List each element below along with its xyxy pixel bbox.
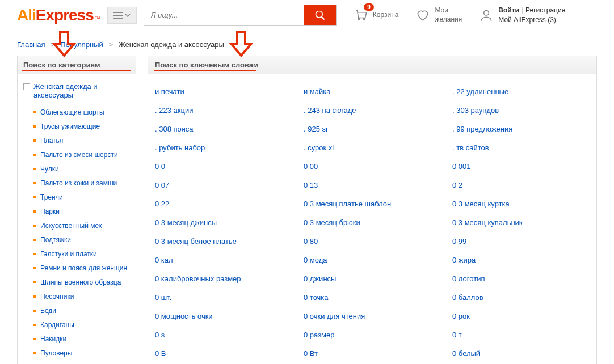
keyword-link[interactable]: 0 точка: [304, 288, 441, 307]
keyword-link[interactable]: 0 3 месяц куртка: [452, 194, 590, 213]
keyword-link[interactable]: 0 3 месяц брюки: [304, 213, 441, 232]
breadcrumb-popular[interactable]: Популярный: [60, 40, 103, 49]
svg-line-1: [321, 16, 324, 19]
keyword-link[interactable]: . 303 раундов: [452, 101, 590, 120]
keyword-link[interactable]: 0 2: [452, 176, 590, 194]
category-link[interactable]: Боди: [40, 307, 56, 315]
category-item: Накидки: [33, 332, 136, 346]
keyword-link[interactable]: 0 80: [304, 232, 441, 251]
keyword-link[interactable]: 0 3 месяц купальник: [452, 213, 590, 232]
keyword-link[interactable]: . 223 акции: [155, 101, 292, 120]
keyword-link[interactable]: 0 т: [452, 325, 590, 344]
user-icon: [479, 8, 494, 23]
keyword-link[interactable]: 0 07: [155, 176, 292, 194]
keyword-link[interactable]: 0 баллов: [452, 288, 590, 307]
category-link[interactable]: Искусственный мех: [40, 222, 102, 230]
category-link[interactable]: Пальто из кожи и замши: [40, 179, 117, 187]
category-link[interactable]: Накидки: [40, 335, 66, 343]
cart-badge: 9: [364, 3, 374, 11]
category-link[interactable]: Облегающие шорты: [40, 108, 104, 116]
keyword-link[interactable]: . рубить набор: [155, 138, 292, 157]
keyword-link[interactable]: 0 рок: [452, 307, 590, 325]
keyword-link[interactable]: . 925 sr: [304, 120, 441, 138]
keyword-link[interactable]: 0 жира: [452, 251, 590, 269]
keyword-link[interactable]: 0 джинсы: [304, 269, 441, 288]
keyword-link[interactable]: 0 0: [155, 157, 292, 176]
keyword-link[interactable]: . 308 пояса: [155, 120, 292, 138]
category-link[interactable]: Чулки: [40, 165, 59, 173]
keyword-link[interactable]: 0 калибровочных размер: [155, 269, 292, 288]
category-link[interactable]: Кардиганы: [40, 321, 74, 329]
keyword-link[interactable]: и печати: [155, 82, 292, 101]
svg-point-0: [316, 11, 322, 18]
category-link[interactable]: Пуловеры: [40, 349, 72, 357]
categories-menu-toggle[interactable]: [107, 7, 137, 24]
wishlist-link[interactable]: Моижелания: [415, 6, 462, 24]
keyword-link[interactable]: 0 логотип: [452, 269, 590, 288]
category-item: Тренчи: [33, 190, 136, 204]
category-item: Боди: [33, 303, 136, 318]
account-text: Войти|Регистрация Мой AliExpress (3): [498, 6, 565, 25]
chevron-down-icon: [125, 14, 131, 17]
keyword-link[interactable]: 0 3 месяц белое платье: [155, 232, 292, 251]
category-link[interactable]: Трусы ужимающие: [40, 122, 100, 130]
tree-collapse-icon[interactable]: −: [23, 83, 30, 90]
keyword-link[interactable]: 0 3 месяц джинсы: [155, 213, 292, 232]
category-item: Шляпы военного образца: [33, 275, 136, 289]
root-category-link[interactable]: Женская одежда и аксессуары: [33, 82, 130, 99]
keyword-link[interactable]: . тв сайтов: [452, 138, 590, 157]
keyword-link[interactable]: 0 белый: [452, 344, 590, 363]
category-item: Песочники: [33, 289, 136, 303]
keyword-link[interactable]: 0 s: [155, 325, 292, 344]
breadcrumb: Главная > Популярный > Женская одежда и …: [0, 30, 614, 56]
breadcrumb-sep: >: [51, 40, 55, 49]
search-button[interactable]: [304, 5, 336, 25]
keyword-link[interactable]: 0 размер: [304, 325, 441, 344]
category-item: Кардиганы: [33, 318, 136, 332]
keyword-link[interactable]: 0 В: [155, 344, 292, 363]
search-icon: [314, 10, 326, 21]
category-link[interactable]: Галстуки и платки: [40, 250, 97, 258]
cart-link[interactable]: 9 Корзина: [354, 7, 399, 23]
keyword-link[interactable]: . 99 предложения: [452, 120, 590, 138]
category-link[interactable]: Платья: [40, 137, 63, 145]
logo-tm: ™: [95, 15, 100, 22]
keyword-link[interactable]: 0 001: [452, 157, 590, 176]
sidebar-title: Поиск по категориям: [17, 56, 136, 74]
keyword-link[interactable]: . 22 удлиненные: [452, 82, 590, 101]
category-link[interactable]: Тренчи: [40, 193, 63, 201]
breadcrumb-sep: >: [108, 40, 113, 49]
svg-point-3: [363, 18, 365, 20]
category-link[interactable]: Пальто из смеси шерсти: [40, 151, 118, 159]
keyword-link[interactable]: . 243 на складе: [304, 101, 441, 120]
keyword-link[interactable]: 0 мода: [304, 251, 441, 269]
heart-icon: [415, 8, 430, 23]
keyword-link[interactable]: 0 мощность очки: [155, 307, 292, 325]
category-item: Пальто из смеси шерсти: [33, 147, 136, 162]
category-item: Пальто из кожи и замши: [33, 176, 136, 190]
keyword-link[interactable]: 0 Вт: [304, 344, 441, 363]
category-link[interactable]: Шляпы военного образца: [40, 278, 121, 286]
keyword-link[interactable]: 0 очки для чтения: [304, 307, 441, 325]
keyword-link[interactable]: 0 3 месяц платье шаблон: [304, 194, 441, 213]
logo[interactable]: AliExpress™: [17, 6, 100, 24]
category-link[interactable]: Ремни и пояса для женщин: [40, 264, 127, 272]
category-item: Парки: [33, 204, 136, 218]
search-input[interactable]: [144, 5, 304, 25]
category-link[interactable]: Подтяжки: [40, 236, 71, 244]
keyword-link[interactable]: 0 00: [304, 157, 441, 176]
category-link[interactable]: Парки: [40, 208, 60, 215]
keyword-link[interactable]: 0 шт.: [155, 288, 292, 307]
keyword-link[interactable]: 0 13: [304, 176, 441, 194]
category-item: Галстуки и платки: [33, 247, 136, 261]
keyword-link[interactable]: 0 22: [155, 194, 292, 213]
keyword-link[interactable]: 0 кал: [155, 251, 292, 269]
breadcrumb-home[interactable]: Главная: [17, 40, 45, 49]
wishlist-label: Моижелания: [435, 6, 462, 24]
keyword-link[interactable]: 0 99: [452, 232, 590, 251]
account-link[interactable]: Войти|Регистрация Мой AliExpress (3): [479, 6, 565, 25]
category-link[interactable]: Песочники: [40, 293, 74, 300]
keyword-link[interactable]: . сурок xl: [304, 138, 441, 157]
keyword-link[interactable]: и майка: [304, 82, 441, 101]
keywords-panel: Поиск по ключевым словам и печатии майка…: [148, 56, 597, 364]
